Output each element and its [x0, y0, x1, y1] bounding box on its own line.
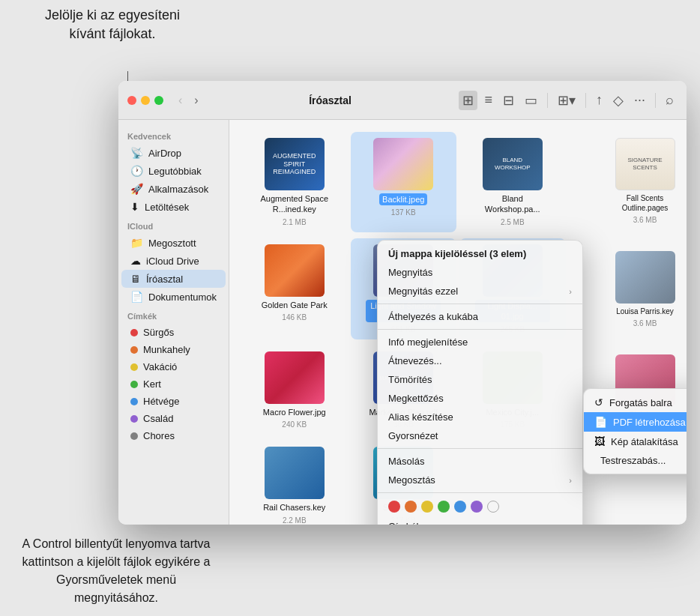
submenu-item-customize[interactable]: Testreszabás...: [584, 451, 687, 470]
sidebar-section-favorites: Kedvencek: [118, 126, 229, 144]
sidebar: Kedvencek 📡 AirDrop 🕐 Legutóbbiak 🚀 Alka…: [118, 120, 229, 525]
sidebar-item-work[interactable]: Munkahely: [121, 341, 226, 358]
sidebar-item-downloads[interactable]: ⬇ Letöltések: [121, 198, 226, 216]
menu-item-share[interactable]: Megosztás ›: [378, 471, 582, 489]
file-size-golden: 146 KB: [282, 313, 307, 321]
menu-item-quicklook[interactable]: Gyorsnézet: [378, 426, 582, 445]
airdrop-icon: 📡: [130, 147, 143, 159]
menu-item-compress[interactable]: Tömörítés: [378, 370, 582, 389]
sidebar-item-label-garden: Kert: [143, 378, 161, 390]
sidebar-item-urgent[interactable]: Sürgős: [121, 324, 226, 341]
file-size-louisa: 3.6 MB: [633, 319, 657, 327]
tag-button[interactable]: ◇: [609, 91, 627, 110]
menu-item-copy-label: Másolás: [388, 456, 424, 467]
file-name-golden: Golden Gate Park: [262, 300, 328, 310]
file-thumb-golden: [265, 244, 325, 297]
tag-color-green[interactable]: [438, 501, 450, 513]
desktop-icon: 🖥: [130, 273, 141, 285]
search-button[interactable]: ⌕: [662, 91, 678, 109]
file-item-macro[interactable]: Macro Flower.jpg 240 KB: [241, 345, 348, 435]
submenu-item-rotate-left-label: Forgatás balra: [609, 397, 672, 408]
menu-item-rename[interactable]: Átnevezés...: [378, 351, 582, 370]
sidebar-item-recents[interactable]: 🕐 Legutóbbiak: [121, 162, 226, 180]
file-item-fall-scents[interactable]: SIGNATURE SCENTS Fall Scents Outline.pag…: [609, 132, 681, 230]
sidebar-item-label-downloads: Letöltések: [145, 202, 189, 213]
tag-color-red[interactable]: [388, 501, 400, 513]
menu-item-share-label: Megosztás: [388, 474, 435, 486]
file-item-bland[interactable]: BLAND WORKSHOP Bland Workshop.pa... 2.5 …: [459, 132, 566, 232]
menu-item-new-folder[interactable]: Új mappa kijelöléssel (3 elem): [378, 244, 582, 263]
sidebar-item-airdrop[interactable]: 📡 AirDrop: [121, 144, 226, 162]
sidebar-item-documents[interactable]: 📄 Dokumentumok: [121, 288, 226, 306]
file-item-rail[interactable]: Rail Chasers.key 2.2 MB: [241, 441, 348, 525]
tag-color-blue[interactable]: [454, 501, 466, 513]
sidebar-item-label-vacation: Vakáció: [143, 361, 177, 372]
submenu-item-create-pdf[interactable]: 📄 PDF létrehozása: [584, 412, 687, 432]
sidebar-item-label-airdrop: AirDrop: [148, 148, 181, 159]
sidebar-item-desktop[interactable]: 🖥 Íróasztal: [121, 270, 226, 288]
toolbar-separator-2: [585, 93, 586, 108]
submenu-item-rotate-left[interactable]: ↺ Forgatás balra: [584, 393, 687, 412]
menu-item-open-label: Megnyitás: [388, 267, 432, 278]
sidebar-item-label-apps: Alkalmazások: [148, 184, 208, 195]
view-columns-button[interactable]: ⊟: [499, 91, 518, 110]
view-grid-button[interactable]: ⊞: [459, 91, 477, 110]
share-button[interactable]: ↑: [592, 91, 606, 109]
tag-color-gray[interactable]: [487, 501, 499, 513]
file-name-fall-scents: Fall Scents Outline.pages: [612, 193, 678, 213]
sidebar-item-weekend[interactable]: Hétvége: [121, 393, 226, 410]
sidebar-item-label-desktop: Íróasztal: [146, 274, 183, 285]
fullscreen-button[interactable]: [154, 96, 163, 105]
more-button[interactable]: ···: [630, 91, 649, 109]
menu-item-open-with-label: Megnyitás ezzel: [388, 286, 458, 297]
menu-item-alias[interactable]: Alias készítése: [378, 408, 582, 426]
menu-item-info[interactable]: Infó megjelenítése: [378, 333, 582, 351]
toolbar-buttons: ⊞ ≡ ⊟ ▭ ⊞▾ ↑ ◇ ··· ⌕: [459, 91, 678, 110]
submenu-item-convert-image[interactable]: 🖼 Kép átalakítása: [584, 432, 687, 451]
rotate-left-icon: ↺: [594, 396, 603, 408]
file-size-rail: 2.2 MB: [283, 516, 307, 525]
finder-window: ‹ › Íróasztal ⊞ ≡ ⊟ ▭ ⊞▾ ↑ ◇ ··· ⌕ Kedve…: [118, 81, 687, 525]
window-title: Íróasztal: [208, 94, 453, 106]
sidebar-item-vacation[interactable]: Vakáció: [121, 358, 226, 375]
sidebar-item-icloud-drive[interactable]: ☁ iCloud Drive: [121, 252, 226, 270]
menu-item-trash[interactable]: Áthelyezés a kukába: [378, 307, 582, 326]
menu-item-open-with[interactable]: Megnyitás ezzel ›: [378, 282, 582, 301]
sidebar-item-label-shared: Megosztott: [148, 238, 196, 249]
traffic-lights: [127, 96, 163, 105]
file-item-golden[interactable]: Golden Gate Park 146 KB: [241, 238, 348, 340]
file-name-macro: Macro Flower.jpg: [263, 407, 326, 417]
close-button[interactable]: [127, 96, 136, 105]
file-item-louisa[interactable]: Louisa Parris.key 3.6 MB: [609, 245, 681, 333]
sidebar-item-chores[interactable]: Chores: [121, 427, 226, 444]
file-size-augmented: 2.1 MB: [283, 218, 307, 226]
view-list-button[interactable]: ≡: [480, 91, 496, 109]
menu-item-new-folder-label: Új mappa kijelöléssel (3 elem): [388, 248, 526, 259]
group-button[interactable]: ⊞▾: [554, 91, 579, 110]
file-size-macro: 240 KB: [282, 420, 307, 429]
tag-color-purple[interactable]: [471, 501, 483, 513]
menu-item-tags[interactable]: Címkék...: [378, 517, 582, 525]
recents-icon: 🕐: [130, 165, 143, 177]
menu-item-compress-label: Tömörítés: [388, 374, 432, 385]
file-name-bland: Bland Workshop.pa...: [475, 193, 550, 215]
file-thumb-augmented: AUGMENTED SPIRIT REIMAGINED: [265, 138, 325, 190]
sidebar-item-apps[interactable]: 🚀 Alkalmazások: [121, 180, 226, 198]
menu-item-duplicate[interactable]: Megkettőzés: [378, 389, 582, 408]
menu-item-copy[interactable]: Másolás: [378, 452, 582, 471]
file-name-backlit: Backlit.jpeg: [379, 193, 427, 205]
tag-color-orange[interactable]: [405, 501, 417, 513]
sidebar-item-shared[interactable]: 📁 Megosztott: [121, 234, 226, 252]
minimize-button[interactable]: [141, 96, 150, 105]
menu-item-open[interactable]: Megnyitás: [378, 263, 582, 282]
sidebar-item-family[interactable]: Család: [121, 410, 226, 427]
bottom-annotation: A Control billentyűt lenyomva tartva kat…: [15, 535, 217, 607]
file-item-augmented[interactable]: AUGMENTED SPIRIT REIMAGINED Augmented Sp…: [241, 132, 348, 232]
view-gallery-button[interactable]: ▭: [521, 91, 541, 110]
file-item-backlit[interactable]: Backlit.jpeg 137 KB: [351, 132, 457, 232]
back-button[interactable]: ‹: [175, 92, 185, 109]
forward-button[interactable]: ›: [191, 92, 201, 109]
sidebar-item-garden[interactable]: Kert: [121, 375, 226, 393]
tag-color-yellow[interactable]: [421, 501, 433, 513]
file-area: AUGMENTED SPIRIT REIMAGINED Augmented Sp…: [229, 120, 687, 525]
